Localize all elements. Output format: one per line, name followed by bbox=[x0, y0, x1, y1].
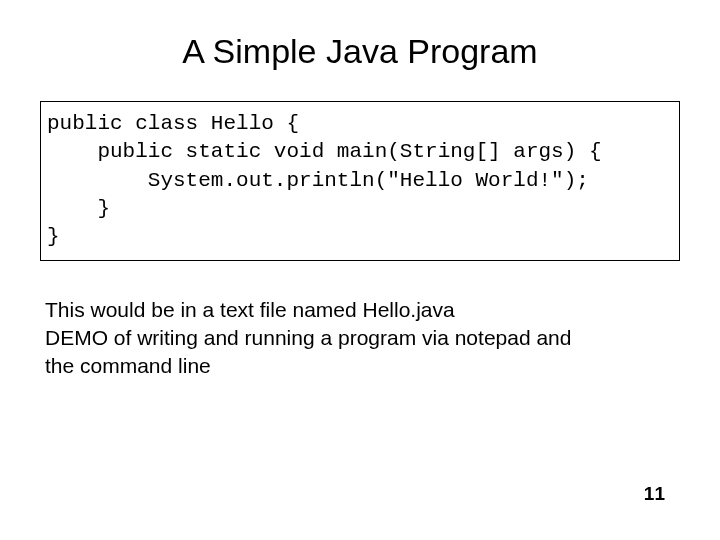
code-line: } bbox=[47, 225, 60, 248]
description-line: the command line bbox=[45, 352, 675, 380]
code-line: System.out.println("Hello World!"); bbox=[47, 169, 589, 192]
code-block: public class Hello { public static void … bbox=[40, 101, 680, 261]
code-line: public class Hello { bbox=[47, 112, 299, 135]
description-text: This would be in a text file named Hello… bbox=[45, 296, 675, 381]
description-line: DEMO of writing and running a program vi… bbox=[45, 324, 675, 352]
description-line: This would be in a text file named Hello… bbox=[45, 296, 675, 324]
code-line: public static void main(String[] args) { bbox=[47, 140, 602, 163]
slide-title: A Simple Java Program bbox=[30, 32, 690, 71]
code-line: } bbox=[47, 197, 110, 220]
page-number: 11 bbox=[644, 483, 665, 505]
